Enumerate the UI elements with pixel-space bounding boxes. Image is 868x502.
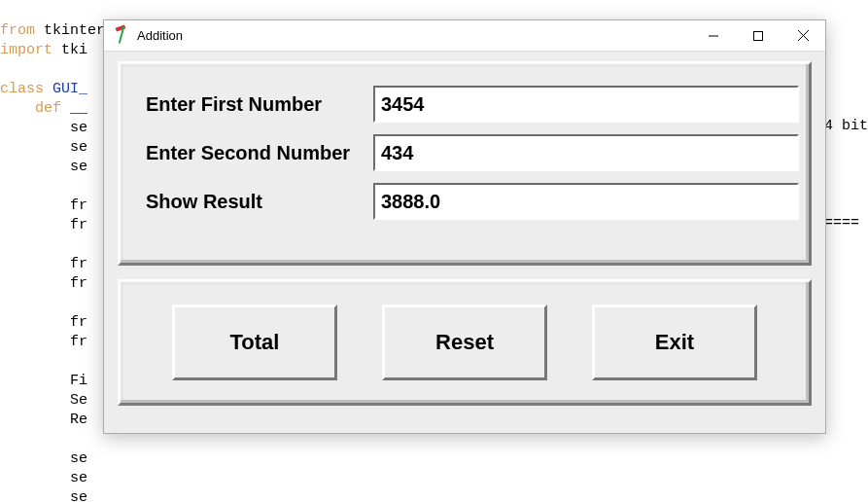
close-button[interactable] (781, 20, 825, 51)
console-background: 4 bit ==== (824, 97, 868, 233)
app-window: Addition Enter First Number Enter Second… (103, 19, 826, 434)
exit-button[interactable]: Exit (592, 305, 757, 380)
input-frame: Enter First Number Enter Second Number S… (118, 61, 812, 266)
total-button[interactable]: Total (172, 305, 337, 380)
result-row: Show Result (130, 183, 799, 220)
first-number-row: Enter First Number (130, 86, 799, 123)
titlebar[interactable]: Addition (104, 20, 825, 52)
second-number-row: Enter Second Number (130, 134, 799, 171)
maximize-icon (753, 31, 763, 41)
minimize-icon (709, 31, 718, 41)
button-frame: Total Reset Exit (118, 279, 812, 406)
tk-feather-icon (114, 26, 129, 46)
window-controls (691, 20, 825, 51)
close-icon (798, 30, 809, 41)
second-number-label: Enter Second Number (130, 142, 373, 164)
window-title: Addition (137, 28, 183, 43)
minimize-button[interactable] (691, 20, 736, 51)
result-output[interactable] (373, 183, 799, 220)
second-number-input[interactable] (373, 134, 799, 171)
first-number-input[interactable] (373, 86, 799, 123)
result-label: Show Result (130, 191, 373, 213)
reset-button[interactable]: Reset (382, 305, 547, 380)
client-area: Enter First Number Enter Second Number S… (104, 52, 825, 433)
first-number-label: Enter First Number (130, 93, 373, 116)
maximize-button[interactable] (736, 20, 781, 51)
svg-rect-1 (754, 31, 763, 40)
